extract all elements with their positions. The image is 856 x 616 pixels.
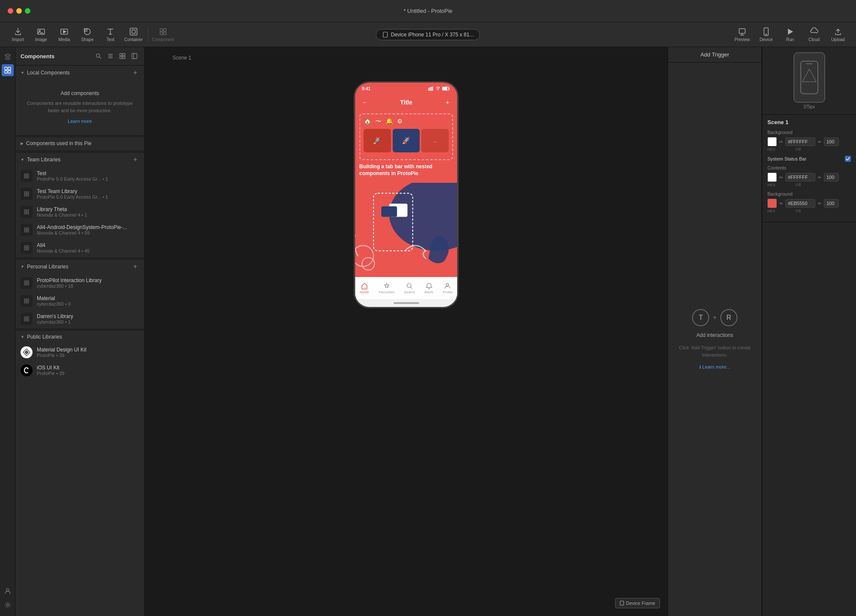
tab-favourites[interactable]: Favourites xyxy=(378,283,394,294)
background-color-swatch[interactable] xyxy=(767,137,777,146)
grid-icon-btn[interactable] xyxy=(118,51,127,61)
personal-library-item-0[interactable]: ProtoPilot Interaction Library cyberdaz3… xyxy=(15,274,144,292)
svg-rect-51 xyxy=(24,283,26,285)
mini-cards-row: 🚀 🚀 ... xyxy=(364,129,449,152)
team-library-name-3: All4-Android-DesignSystem-ProtoPie-... xyxy=(37,224,139,230)
sidebar-layers-btn[interactable] xyxy=(2,51,14,62)
personal-library-item-1[interactable]: Material cyberdaz360 • 0 xyxy=(15,292,144,310)
user-profile-btn[interactable] xyxy=(0,585,15,597)
device-selector[interactable]: Device iPhone 11 Pro / X 375 x 81... xyxy=(376,29,480,40)
upload-button[interactable]: Upload xyxy=(827,25,849,45)
mini-card-2: 🚀 xyxy=(392,129,420,152)
tab-profile[interactable]: Profile xyxy=(443,283,453,294)
svg-rect-10 xyxy=(160,32,163,35)
personal-libraries-chevron: ▼ xyxy=(21,265,24,269)
team-library-info-0: Test ProtoPie 5.0 Early Access Gr... • 1 xyxy=(37,170,139,182)
background-opacity-input[interactable] xyxy=(824,137,839,146)
background2-opacity-input[interactable] xyxy=(824,199,839,208)
status-time: 9:41 xyxy=(362,86,371,91)
phone-inner: 9:41 ← Title + xyxy=(355,83,458,307)
trigger-t-circle: T xyxy=(692,309,709,326)
add-local-component-btn[interactable]: + xyxy=(131,69,139,77)
settings-btn[interactable] xyxy=(0,599,15,611)
public-library-meta-0: ProtoPie • 39 xyxy=(37,353,139,358)
edit-icon-bg2[interactable]: ✏ xyxy=(818,140,821,144)
tab-bar: Home Favourites xyxy=(355,277,458,299)
svg-rect-19 xyxy=(5,71,7,73)
media-button[interactable]: Media xyxy=(53,25,75,45)
personal-library-item-2[interactable]: Darren's Library cyberdaz360 • 1 xyxy=(15,310,144,328)
contents-opacity-input[interactable] xyxy=(824,173,839,182)
minimize-btn[interactable] xyxy=(16,8,22,14)
add-personal-library-btn[interactable]: + xyxy=(131,263,139,271)
svg-rect-58 xyxy=(27,317,29,318)
team-library-meta-3: Novoda & Channel 4 • 59 xyxy=(37,230,139,235)
edit-icon-contents[interactable]: ✏ xyxy=(779,175,783,180)
learn-more-link[interactable]: Learn more xyxy=(68,119,92,124)
run-button[interactable]: Run xyxy=(779,25,801,45)
components-used-header[interactable]: ▶ Components used in this Pie xyxy=(15,137,144,150)
svg-rect-34 xyxy=(27,192,29,193)
device-button[interactable]: Device xyxy=(755,25,777,45)
local-components-header[interactable]: ▼ Local Components + xyxy=(15,65,144,80)
edit-icon-bg4[interactable]: ✏ xyxy=(818,201,821,206)
search-icon-btn[interactable] xyxy=(94,51,103,61)
contents-hex-input[interactable] xyxy=(785,173,815,182)
component-button[interactable]: Component xyxy=(152,25,174,45)
device-frame-btn[interactable]: Device Frame xyxy=(615,598,660,608)
svg-rect-44 xyxy=(27,230,29,232)
system-status-bar-checkbox[interactable] xyxy=(845,156,851,162)
public-library-item-0[interactable]: Material Design UI Kit ProtoPie • 39 xyxy=(15,343,144,361)
shape-button[interactable]: Shape xyxy=(76,25,98,45)
public-libraries-header[interactable]: ▼ Public Libraries xyxy=(15,330,144,343)
back-arrow-icon[interactable]: ← xyxy=(361,98,369,106)
text-button[interactable]: Text xyxy=(99,25,122,45)
add-nav-icon[interactable]: + xyxy=(444,98,452,106)
tab-alerts[interactable]: Alerts xyxy=(425,283,433,294)
background2-prop-label: Background xyxy=(767,191,851,196)
contents-color-swatch[interactable] xyxy=(767,173,777,182)
team-library-item-0[interactable]: Test ProtoPie 5.0 Early Access Gr... • 1 xyxy=(15,167,144,185)
sidebar-components-btn[interactable] xyxy=(2,64,14,76)
background-hex-input[interactable] xyxy=(785,137,815,146)
import-button[interactable]: Import xyxy=(7,25,29,45)
close-btn[interactable] xyxy=(8,8,13,14)
tab-search[interactable]: Search xyxy=(404,283,415,294)
trigger-learn-more[interactable]: ℹ Learn more... xyxy=(699,364,730,369)
team-library-item-3[interactable]: All4-Android-DesignSystem-ProtoPie-... N… xyxy=(15,221,144,239)
svg-point-4 xyxy=(84,29,90,35)
team-library-item-1[interactable]: Test Team Library ProtoPie 5.0 Early Acc… xyxy=(15,185,144,203)
svg-point-21 xyxy=(6,589,9,591)
preview-button[interactable]: Preview xyxy=(731,25,753,45)
canvas-area[interactable]: Scene 1 9:41 ← xyxy=(145,47,668,616)
phone-container: 9:41 ← Title + xyxy=(354,81,459,308)
personal-libraries-header[interactable]: ▼ Personal Libraries + xyxy=(15,259,144,274)
panel-collapse-btn[interactable] xyxy=(130,51,139,61)
edit-icon-bg3[interactable]: ✏ xyxy=(779,201,783,206)
svg-rect-67 xyxy=(432,86,433,91)
background2-hex-input[interactable] xyxy=(785,199,815,208)
maximize-btn[interactable] xyxy=(25,8,30,14)
background2-color-swatch[interactable] xyxy=(767,199,777,208)
phone-card-text-area: Building a tab bar with nested component… xyxy=(355,160,458,183)
team-library-item-2[interactable]: Library Theta Novoda & Channel 4 • 1 xyxy=(15,203,144,221)
edit-icon-contents2[interactable]: ✏ xyxy=(818,175,821,180)
add-team-library-btn[interactable]: + xyxy=(131,156,139,164)
team-library-avatar-4 xyxy=(21,242,33,254)
public-library-item-1[interactable]: iOS UI Kit ProtoPie • 39 xyxy=(15,361,144,379)
container-button[interactable]: Container xyxy=(122,25,145,45)
tab-home[interactable]: Home xyxy=(360,283,369,294)
svg-rect-60 xyxy=(27,319,29,321)
cloud-button[interactable]: Cloud xyxy=(803,25,825,45)
panel-scroll-area[interactable]: ▼ Local Components + Add components Comp… xyxy=(15,65,144,616)
team-libraries-list: Test ProtoPie 5.0 Early Access Gr... • 1… xyxy=(15,167,144,257)
personal-library-info-0: ProtoPilot Interaction Library cyberdaz3… xyxy=(37,277,139,289)
edit-icon-bg[interactable]: ✏ xyxy=(779,140,783,144)
list-icon-btn[interactable] xyxy=(106,51,115,61)
image-button[interactable]: Image xyxy=(30,25,52,45)
team-library-item-4[interactable]: All4 Novoda & Channel 4 • 45 xyxy=(15,239,144,257)
personal-library-avatar-1 xyxy=(21,295,33,307)
team-library-info-4: All4 Novoda & Channel 4 • 45 xyxy=(37,242,139,253)
scene-label: Scene 1 xyxy=(172,55,191,61)
team-libraries-header[interactable]: ▼ Team Libraries + xyxy=(15,152,144,167)
